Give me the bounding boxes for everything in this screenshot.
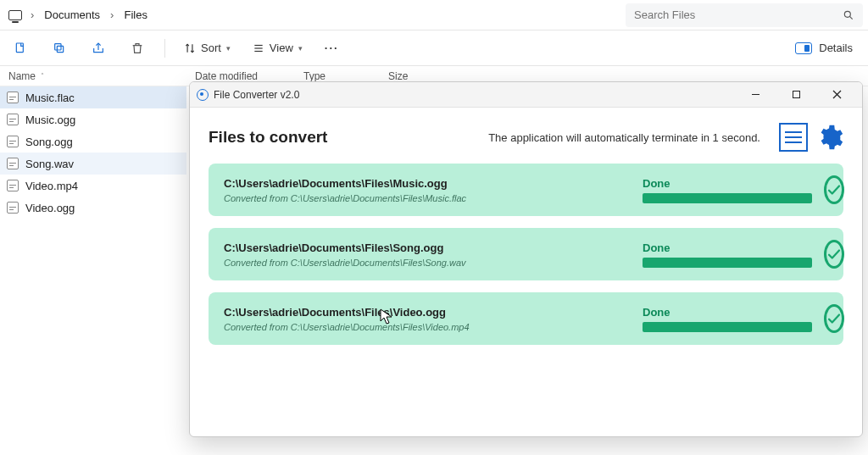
file-row[interactable]: Song.ogg xyxy=(0,130,186,153)
svg-rect-3 xyxy=(57,46,63,52)
settings-icon[interactable] xyxy=(815,123,843,152)
svg-rect-2 xyxy=(16,43,23,53)
conversion-job: C:\Users\adrie\Documents\Files\Video.ogg… xyxy=(209,292,843,345)
job-info: C:\Users\adrie\Documents\Files\Video.ogg… xyxy=(224,306,631,332)
maximize-button[interactable] xyxy=(777,83,815,107)
column-size[interactable]: Size xyxy=(380,70,448,82)
titlebar[interactable]: File Converter v2.0 xyxy=(190,82,862,108)
job-status-label: Done xyxy=(643,306,812,319)
file-row[interactable]: Video.ogg xyxy=(0,197,186,219)
file-name: Video.mp4 xyxy=(25,180,78,192)
modal-body: Files to convert The application will au… xyxy=(190,108,862,365)
search-box[interactable] xyxy=(626,3,863,27)
file-name: Music.flac xyxy=(25,92,75,104)
file-icon xyxy=(7,158,19,169)
job-status-label: Done xyxy=(643,177,812,190)
modal-heading: Files to convert xyxy=(209,128,327,147)
chevron-right-icon[interactable]: › xyxy=(105,8,119,21)
progress-bar xyxy=(643,258,812,268)
file-row[interactable]: Song.wav xyxy=(0,153,186,175)
terminate-message: The application will automatically termi… xyxy=(488,131,760,144)
sort-indicator-icon: ˄ xyxy=(41,72,44,80)
job-source-path: Converted from C:\Users\adrie\Documents\… xyxy=(224,193,631,203)
job-progress: Done xyxy=(643,241,812,268)
job-source-path: Converted from C:\Users\adrie\Documents\… xyxy=(224,322,631,332)
share-icon[interactable] xyxy=(86,36,110,60)
svg-rect-9 xyxy=(793,92,799,98)
app-icon xyxy=(197,89,209,101)
file-name: Music.ogg xyxy=(25,114,75,126)
window-title: File Converter v2.0 xyxy=(214,89,299,101)
sort-icon xyxy=(184,42,196,54)
list-view-icon[interactable] xyxy=(779,123,808,152)
details-pane-icon xyxy=(795,42,812,54)
view-icon xyxy=(253,42,264,54)
view-label: View xyxy=(270,42,293,54)
close-button[interactable] xyxy=(818,83,855,107)
file-list: Music.flacMusic.oggSong.oggSong.wavVideo… xyxy=(0,86,186,219)
file-converter-window: File Converter v2.0 Files to convert The… xyxy=(189,81,863,437)
chevron-right-icon[interactable]: › xyxy=(25,8,39,21)
job-info: C:\Users\adrie\Documents\Files\Song.oggC… xyxy=(224,241,631,268)
file-name: Video.ogg xyxy=(25,202,75,214)
this-pc-icon[interactable] xyxy=(8,10,22,20)
job-progress: Done xyxy=(643,177,812,203)
chevron-down-icon: ▾ xyxy=(298,44,303,53)
file-icon xyxy=(7,202,19,214)
breadcrumb-files[interactable]: Files xyxy=(119,8,152,21)
svg-rect-4 xyxy=(55,43,61,49)
column-name[interactable]: Name˄ xyxy=(0,70,186,82)
success-check-icon xyxy=(824,175,844,204)
file-row[interactable]: Music.flac xyxy=(0,86,186,108)
file-row[interactable]: Music.ogg xyxy=(0,108,186,130)
conversion-job: C:\Users\adrie\Documents\Files\Song.oggC… xyxy=(209,228,843,280)
job-source-path: Converted from C:\Users\adrie\Documents\… xyxy=(224,258,631,268)
svg-point-0 xyxy=(844,11,850,17)
progress-bar xyxy=(643,322,812,332)
job-output-path: C:\Users\adrie\Documents\Files\Video.ogg xyxy=(224,306,631,319)
job-progress: Done xyxy=(643,306,812,332)
details-pane-toggle[interactable]: Details xyxy=(795,42,860,54)
file-row[interactable]: Video.mp4 xyxy=(0,175,186,197)
progress-bar xyxy=(643,193,812,203)
job-output-path: C:\Users\adrie\Documents\Files\Music.ogg xyxy=(224,177,631,190)
details-label: Details xyxy=(819,42,853,54)
chevron-down-icon: ▾ xyxy=(226,44,231,53)
file-icon xyxy=(7,180,19,191)
job-output-path: C:\Users\adrie\Documents\Files\Song.ogg xyxy=(224,241,631,254)
file-icon xyxy=(7,136,19,147)
job-status-label: Done xyxy=(643,241,812,254)
sort-button[interactable]: Sort ▾ xyxy=(181,42,234,54)
file-name: Song.ogg xyxy=(25,136,73,148)
search-input[interactable] xyxy=(634,8,843,21)
sort-label: Sort xyxy=(201,42,221,54)
column-name-label: Name xyxy=(8,70,36,82)
success-check-icon xyxy=(824,240,844,269)
new-file-icon[interactable] xyxy=(8,36,32,60)
column-type[interactable]: Type xyxy=(295,70,380,82)
success-check-icon xyxy=(824,304,844,333)
toolbar-separator xyxy=(164,39,165,58)
file-icon xyxy=(7,114,19,125)
job-list: C:\Users\adrie\Documents\Files\Music.ogg… xyxy=(209,164,843,345)
search-icon xyxy=(843,9,854,21)
file-icon xyxy=(7,92,19,103)
svg-line-1 xyxy=(849,16,852,19)
view-button[interactable]: View ▾ xyxy=(249,42,306,54)
breadcrumb-documents[interactable]: Documents xyxy=(39,8,105,21)
toolbar: Sort ▾ View ▾ ··· Details xyxy=(0,31,868,66)
more-button[interactable]: ··· xyxy=(321,42,342,54)
column-date-modified[interactable]: Date modified xyxy=(186,70,295,82)
minimize-button[interactable] xyxy=(737,83,774,107)
conversion-job: C:\Users\adrie\Documents\Files\Music.ogg… xyxy=(209,164,843,216)
copy-icon[interactable] xyxy=(47,36,71,60)
job-info: C:\Users\adrie\Documents\Files\Music.ogg… xyxy=(224,177,631,203)
file-name: Song.wav xyxy=(25,158,74,170)
address-bar: › Documents › Files xyxy=(0,0,868,31)
modal-header: Files to convert The application will au… xyxy=(209,123,843,152)
delete-icon[interactable] xyxy=(125,36,149,60)
